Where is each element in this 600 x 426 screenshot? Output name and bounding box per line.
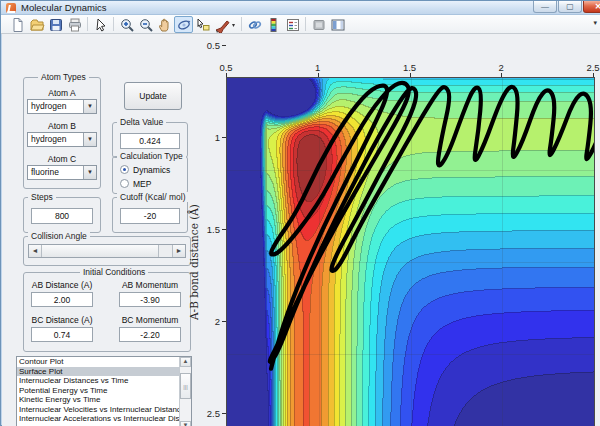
radio-mep-icon[interactable] xyxy=(120,179,129,188)
rotate-3d-icon[interactable] xyxy=(174,16,193,33)
atom-c-label: Atom C xyxy=(23,154,101,164)
atom-a-label: Atom A xyxy=(23,88,101,98)
steps-title: Steps xyxy=(28,192,56,202)
list-item[interactable]: Internuclear Accelerations vs Internucle… xyxy=(17,414,179,424)
brush-icon[interactable] xyxy=(212,16,238,33)
list-item[interactable]: Internuclear Distances vs Time xyxy=(17,376,179,386)
bc-momentum-field[interactable]: -2.20 xyxy=(119,327,181,342)
contour-plot-canvas[interactable] xyxy=(227,78,594,426)
atom-a-value: hydrogen xyxy=(31,101,66,111)
zoom-in-icon[interactable] xyxy=(117,16,136,33)
calculation-type-title: Calculation Type xyxy=(117,151,186,161)
ab-momentum-label: AB Momentum xyxy=(115,280,185,290)
toolbar-separator xyxy=(87,17,88,31)
scroll-down-icon[interactable]: ▼ xyxy=(180,421,191,426)
x-tick-mark xyxy=(410,73,411,77)
collision-angle-title: Collision Angle xyxy=(28,231,90,241)
save-icon[interactable] xyxy=(46,16,65,33)
figure-content: Atom Types Atom A hydrogen ▼ Atom B hydr… xyxy=(2,34,600,426)
y-tick-mark xyxy=(222,413,226,414)
atom-types-title: Atom Types xyxy=(38,72,89,82)
maximize-button[interactable]: ▢ xyxy=(558,1,582,13)
slider-right-arrow-icon[interactable]: ► xyxy=(172,245,185,257)
zoom-out-icon[interactable] xyxy=(136,16,155,33)
update-button[interactable]: Update xyxy=(124,82,182,110)
atom-b-value: hydrogen xyxy=(31,134,66,144)
print-icon[interactable] xyxy=(65,16,84,33)
atom-c-value: fluorine xyxy=(31,167,59,177)
y-axis-label: A-B bond distance (Å) xyxy=(188,162,202,362)
link-plot-icon[interactable] xyxy=(245,16,264,33)
y-tick-mark xyxy=(222,137,226,138)
delta-value-title: Delta Value xyxy=(117,117,166,127)
app-icon xyxy=(6,3,16,13)
y-tick-mark xyxy=(222,45,226,46)
bc-distance-label: BC Distance (A) xyxy=(27,315,97,325)
list-item[interactable]: Potential Energy vs Time xyxy=(17,386,179,396)
app-window: Molecular Dynamics — ▢ ✕ ▾ Atom Types At… xyxy=(0,0,600,426)
bc-momentum-label: BC Momentum xyxy=(115,315,185,325)
bc-distance-field[interactable]: 0.74 xyxy=(31,327,93,342)
y-tick-mark xyxy=(222,229,226,230)
pan-hand-icon[interactable] xyxy=(155,16,174,33)
vertical-scroll-thumb[interactable]: ||| xyxy=(180,373,191,399)
atom-a-dropdown[interactable]: hydrogen ▼ xyxy=(27,99,97,114)
x-tick-mark xyxy=(226,73,227,77)
atom-b-dropdown-arrow-icon[interactable]: ▼ xyxy=(83,133,96,146)
atom-c-dropdown-arrow-icon[interactable]: ▼ xyxy=(83,166,96,179)
edit-arrow-icon[interactable] xyxy=(91,16,110,33)
plot-area[interactable] xyxy=(226,77,595,426)
atom-b-label: Atom B xyxy=(23,121,101,131)
window-title: Molecular Dynamics xyxy=(21,2,107,13)
x-tick-label: 2 xyxy=(486,62,516,73)
steps-field[interactable]: 800 xyxy=(31,208,93,224)
atom-c-dropdown[interactable]: fluorine ▼ xyxy=(27,165,97,180)
slider-left-arrow-icon[interactable]: ◄ xyxy=(29,245,42,257)
insert-colorbar-icon[interactable] xyxy=(264,16,283,33)
radio-mep[interactable]: MEP xyxy=(120,179,182,189)
y-tick-label: 0.5 xyxy=(196,40,220,51)
new-document-icon[interactable] xyxy=(8,16,27,33)
list-item[interactable]: Kinetic Energy vs Time xyxy=(17,395,179,405)
list-item[interactable]: Internuclear Velocities vs Internuclear … xyxy=(17,405,179,415)
y-tick-label: 1.5 xyxy=(196,224,220,235)
y-tick-label: 1 xyxy=(196,132,220,143)
y-tick-label: 2 xyxy=(196,316,220,327)
delta-value-field[interactable]: 0.424 xyxy=(120,133,180,149)
slider-thumb[interactable] xyxy=(42,245,159,257)
atom-a-dropdown-arrow-icon[interactable]: ▼ xyxy=(83,100,96,113)
x-tick-label: 2.5 xyxy=(578,62,600,73)
title-bar[interactable]: Molecular Dynamics — ▢ ✕ xyxy=(1,1,600,15)
collision-angle-slider[interactable]: ◄ ► xyxy=(28,244,186,258)
atom-b-dropdown[interactable]: hydrogen ▼ xyxy=(27,132,97,147)
minimize-button[interactable]: — xyxy=(533,1,557,13)
list-item[interactable]: Contour Plot xyxy=(17,357,179,367)
data-cursor-icon[interactable] xyxy=(193,16,212,33)
hide-plot-tools-icon[interactable] xyxy=(309,16,328,33)
figure-toolbar: ▾ xyxy=(1,15,600,34)
close-button[interactable]: ✕ xyxy=(583,1,600,13)
show-plot-tools-icon[interactable] xyxy=(328,16,347,33)
x-tick-mark xyxy=(501,73,502,77)
ab-distance-field[interactable]: 2.00 xyxy=(31,292,93,307)
radio-dynamics-label: Dynamics xyxy=(133,165,170,175)
list-item[interactable]: Surface Plot xyxy=(17,367,179,377)
listbox-vertical-scrollbar[interactable]: ▲ ||| ▼ xyxy=(179,357,191,426)
x-tick-label: 0.5 xyxy=(211,62,241,73)
y-tick-label: 2.5 xyxy=(196,408,220,419)
radio-dynamics-icon[interactable] xyxy=(120,165,129,174)
insert-legend-icon[interactable] xyxy=(283,16,302,33)
toolbar-overflow-icon[interactable]: ▾ xyxy=(593,19,597,27)
x-tick-label: 1.5 xyxy=(395,62,425,73)
radio-mep-label: MEP xyxy=(133,179,151,189)
cutoff-field[interactable]: -20 xyxy=(120,208,180,224)
toolbar-separator xyxy=(305,17,306,31)
toolbar-separator xyxy=(241,17,242,31)
initial-conditions-title: Initial Conditions xyxy=(80,267,148,277)
plot-type-listbox[interactable]: ▲ ||| ▼ ◄ ||| ► Contour PlotSurface Plot… xyxy=(16,356,192,426)
open-folder-icon[interactable] xyxy=(27,16,46,33)
radio-dynamics[interactable]: Dynamics xyxy=(120,165,182,175)
x-tick-mark xyxy=(318,73,319,77)
ab-momentum-field[interactable]: -3.90 xyxy=(119,292,181,307)
ab-distance-label: AB Distance (A) xyxy=(27,280,97,290)
